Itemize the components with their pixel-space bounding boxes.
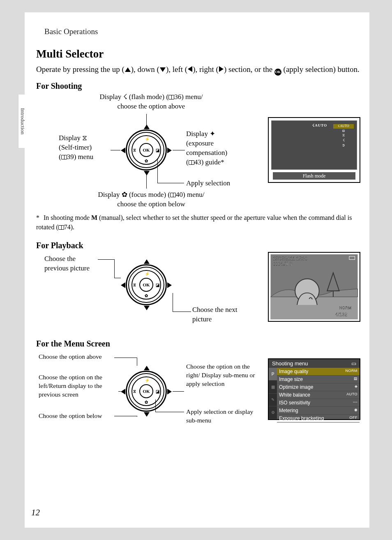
lcd-mode-bar: Flash mode (273, 172, 355, 180)
menu-row-value: OFF (350, 415, 358, 421)
triangle-left-icon (188, 66, 192, 72)
menu-row-value: ▤ (354, 376, 358, 382)
callout-opt-above: Choose the option above (39, 353, 113, 361)
callout-left: Display ⧖ (Self-timer) (39) menu (59, 134, 116, 162)
triangle-down-icon (144, 412, 150, 417)
section-tab-label: Introduction (19, 108, 26, 134)
menu-tab-mode: P (269, 368, 277, 381)
lcd-playback-preview: 15/05/2011 15:30 0004.JPG NORM 4/132 (268, 252, 360, 322)
callout-down: Display ✿ (focus mode) (40) menu/ choose… (77, 190, 225, 209)
menu-side-tabs: P ▦ ✎ ⚙ (269, 368, 277, 419)
callout-opt-left: Choose the option on the left/Return dis… (39, 373, 121, 399)
page-number: 12 (31, 508, 40, 518)
menu-row-label: Optimize image (279, 384, 313, 390)
menu-row: Image size▤ (277, 376, 360, 383)
callout-right: Display ✦ (exposure compensation) (43) g… (186, 129, 248, 167)
lcd-date: 15/05/2011 15:30 (273, 256, 307, 261)
triangle-down-icon (144, 171, 150, 175)
callout-apply: Apply selection (186, 179, 230, 188)
menu-tab-icon: ▦ (269, 381, 277, 393)
exposure-glyph-icon: ◪ (156, 148, 159, 152)
running-header: Basic Operations (25, 12, 369, 36)
intro-text: Operate by pressing the up ( (36, 65, 125, 74)
menu-row: Exposure bracketingOFF (277, 415, 360, 422)
lcd-auto-label: ☇AUTO (312, 123, 327, 127)
menu-row-value: NORM (346, 369, 358, 374)
shooting-footnote: * In shooting mode M (manual), select wh… (36, 212, 360, 236)
triangle-up-icon (144, 125, 150, 129)
triangle-right-icon (219, 66, 224, 72)
shooting-section: For Shooting Display ☇ (flash mode) (36)… (36, 81, 360, 236)
page-ref-icon (170, 193, 176, 197)
manual-page: Introduction Basic Operations Multi Sele… (25, 12, 369, 528)
triangle-left-icon (121, 389, 125, 395)
lcd-norm: NORM (339, 305, 352, 310)
ok-button-icon: OK (139, 143, 153, 157)
ok-badge-icon: OK (274, 69, 281, 76)
menu-row: White balanceAUTO (277, 391, 360, 399)
intro-text: ) section, or the (224, 65, 274, 74)
menu-tab-icon: ⚙ (269, 406, 277, 419)
triangle-up-icon (144, 366, 150, 370)
triangle-right-icon (167, 282, 172, 288)
page-ref-icon (58, 225, 64, 230)
callout-next: Choose the next picture (192, 305, 246, 324)
playback-heading: For Playback (36, 241, 360, 250)
menu-row-label: Image size (279, 376, 303, 382)
page-ref-icon (61, 155, 67, 159)
triangle-right-icon (167, 148, 172, 153)
multi-selector-diagram: OK ⚡ ✿ ⧖ ◪ (126, 371, 167, 412)
shooting-heading: For Shooting (36, 81, 360, 91)
lcd-menu-preview: Shooting menu ▭ P ▦ ✎ ⚙ Image qualityNOR… (268, 358, 360, 420)
battery-icon: ▭ (351, 360, 356, 367)
intro-text: ), left ( (166, 65, 187, 74)
page-ref-icon (168, 95, 174, 99)
menu-heading: For the Menu Screen (36, 339, 360, 348)
intro-text: ), down ( (131, 65, 159, 74)
menu-row-label: Image quality (279, 369, 308, 374)
menu-row-value: AUTO (346, 392, 357, 398)
timer-glyph-icon: ⧖ (133, 148, 136, 153)
triangle-up-icon (144, 259, 150, 264)
page-ref-icon (189, 160, 194, 165)
triangle-down-icon (144, 306, 150, 310)
lcd-icon-strip: ☇AUTO ⦻ ⧖ ☇ ➲ (333, 124, 354, 148)
menu-tab-icon: ✎ (269, 394, 277, 406)
menu-row-label: ISO sensitivity (279, 400, 310, 406)
ok-button-icon: OK (139, 278, 153, 292)
callout-opt-right: Choose the option on the right/ Display … (186, 362, 256, 388)
menu-row-value: ◉ (354, 408, 358, 413)
page-title: Multi Selector (36, 48, 360, 60)
menu-row-label: Exposure bracketing (279, 415, 324, 421)
menu-row-value: –– (353, 400, 357, 406)
callout-prev: Choose the previous picture (44, 254, 98, 273)
multi-selector-diagram: OK ⚡ ✿ ⧖ ◪ (126, 264, 167, 305)
multi-selector-diagram: OK ⚡ ✿ ⧖ ◪ (126, 129, 167, 171)
intro-paragraph: Operate by pressing the up (), down (), … (36, 64, 360, 76)
menu-section: For the Menu Screen Choose the option ab… (36, 339, 360, 436)
ok-button-icon: OK (139, 384, 153, 398)
playback-section: For Playback Choose the previous picture… (36, 241, 360, 334)
flash-glyph-icon: ⚡ (145, 137, 150, 141)
callout-opt-below: Choose the option below (39, 412, 113, 420)
callout-up: Display ☇ (flash mode) (36) menu/ choose… (79, 92, 223, 111)
macro-glyph-icon: ✿ (145, 159, 148, 163)
menu-row: Image qualityNORM (277, 368, 360, 376)
intro-text: ), right ( (193, 65, 219, 74)
triangle-up-icon (125, 67, 131, 72)
menu-row: ISO sensitivity–– (277, 399, 360, 407)
menu-row-label: White balance (279, 392, 310, 398)
menu-row: Optimize image◈ (277, 383, 360, 391)
lcd-shooting-preview: ☇AUTO ☇AUTO ⦻ ⧖ ☇ ➲ Flash mode (268, 117, 360, 183)
triangle-down-icon (160, 67, 166, 72)
callout-opt-ok: Apply selection or display sub-menu (186, 408, 256, 425)
menu-row-label: Metering (279, 408, 298, 413)
menu-title: Shooting menu (272, 360, 308, 367)
breadcrumb: Basic Operations (44, 27, 98, 36)
triangle-left-icon (121, 148, 125, 153)
triangle-right-icon (167, 389, 172, 395)
lcd-counter: 4/132 (335, 312, 347, 317)
menu-row-value: ◈ (355, 384, 358, 390)
triangle-left-icon (121, 282, 125, 288)
lcd-file: 0004.JPG (273, 261, 293, 266)
